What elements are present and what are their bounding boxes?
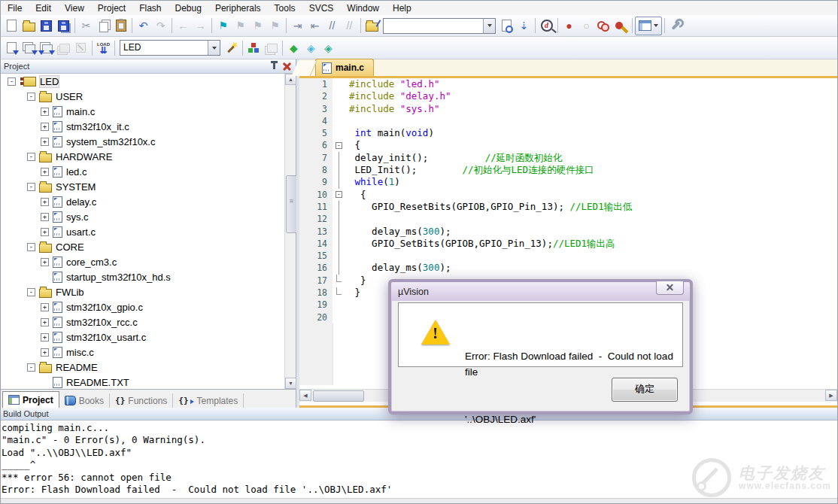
code-line[interactable]: 1#include "led.h" [299,78,837,90]
fold-collapse-icon[interactable]: - [336,191,342,198]
menu-svcs[interactable]: SVCS [302,2,341,14]
scroll-down-button[interactable]: ▼ [285,378,296,389]
tree-item-user[interactable]: -USER [1,89,284,104]
menu-flash[interactable]: Flash [132,2,168,14]
copy-icon[interactable] [95,17,112,35]
breakpoint-kill-all-icon[interactable] [612,17,630,35]
tree-item-stm32f10x-rcc-c[interactable]: +stm32f10x_rcc.c [1,314,284,329]
collapse-box[interactable]: - [8,77,16,86]
breakpoint-toggle-icon[interactable]: ● [560,17,578,35]
download-to-flash-icon[interactable]: LOAD [95,39,112,56]
build-output-log[interactable]: compiling main.c..."main.c" - 0 Error(s)… [1,421,837,499]
expand-box[interactable]: + [41,138,49,146]
menu-edit[interactable]: Edit [29,2,58,14]
settings-wrench-icon[interactable] [667,17,685,35]
project-windows-icon[interactable] [263,39,280,56]
project-tree-scrollbar[interactable]: ▲ ▼ [284,74,296,389]
tree-item-delay-c[interactable]: +delay.c [1,194,284,209]
select-software-packs-icon[interactable]: ◈ [302,39,320,56]
menu-help[interactable]: Help [386,2,418,14]
build-icon[interactable] [20,39,38,56]
code-line[interactable]: 15 [299,250,837,262]
tree-item-usart-c[interactable]: +usart.c [1,224,284,239]
translate-file-icon[interactable] [3,39,20,56]
panel-tab-books[interactable]: Books [59,393,110,408]
tree-item-hardware[interactable]: -HARDWARE [1,149,284,164]
menu-window[interactable]: Window [340,2,386,14]
tree-item-led-c[interactable]: +led.c [1,164,284,179]
breakpoint-enable-disable-icon[interactable]: ○ [578,17,595,35]
collapse-box[interactable]: - [27,363,35,372]
paste-icon[interactable] [112,17,129,35]
indent-icon[interactable]: ⇥ [289,17,306,35]
code-line[interactable]: 8 LED_Init(); //初始化与LED连接的硬件接口 [299,164,837,176]
code-line[interactable]: 10- { [299,189,837,201]
collapse-box[interactable]: - [27,243,35,251]
tree-item-system[interactable]: -SYSTEM [1,179,284,194]
cut-icon[interactable]: ✂ [77,17,95,35]
bookmark-toggle-icon[interactable]: ⚑ [214,17,232,35]
tree-item-startup-stm32f10x-hd-s[interactable]: startup_stm32f10x_hd.s [1,269,284,284]
fold-margin[interactable]: - [332,189,345,201]
menu-file[interactable]: File [1,2,29,14]
code-line[interactable]: 12 [299,213,837,225]
unindent-icon[interactable]: ⇤ [306,17,323,35]
dropdown-button[interactable] [483,19,495,33]
code-line[interactable]: 5 int main(void) [299,127,837,139]
scrollbar-thumb[interactable] [286,175,297,233]
undo-icon[interactable]: ↶ [135,17,152,35]
uncomment-selection-icon[interactable]: // [341,17,358,35]
menu-tools[interactable]: Tools [268,2,302,14]
bookmark-clear-all-icon[interactable]: ⚑ [266,17,284,35]
expand-box[interactable]: + [41,168,49,176]
fold-margin[interactable]: - [332,139,345,151]
code-line[interactable]: 11 GPIO_ResetBits(GPIOB,GPIO_Pin_13); //… [299,201,837,213]
code-line[interactable]: 2#include "delay.h" [299,90,837,102]
panel-tab-functions[interactable]: {}Functions [110,393,173,408]
bookmark-next-icon[interactable]: ⚑ [249,17,266,35]
collapse-box[interactable]: - [27,93,35,101]
menu-peripherals[interactable]: Peripherals [208,2,268,14]
tree-item-readme-txt[interactable]: README.TXT [1,375,284,389]
tree-item-led[interactable]: -LED [1,74,284,89]
navigate-back-icon[interactable]: ← [175,17,192,35]
options-for-target-icon[interactable] [223,39,240,56]
navigate-forward-icon[interactable]: → [192,17,209,35]
panel-tab-templates[interactable]: {}Templates [173,393,244,408]
tree-item-core[interactable]: -CORE [1,239,284,254]
close-panel-button[interactable] [281,61,293,71]
panel-tab-project[interactable]: Project [2,391,59,408]
open-file-icon[interactable] [20,17,38,35]
expand-box[interactable]: + [41,258,49,266]
tree-item-core-cm3-c[interactable]: +core_cm3.c [1,254,284,269]
tree-item-stm32f10x-usart-c[interactable]: +stm32f10x_usart.c [1,329,284,345]
expand-box[interactable]: + [41,348,49,357]
tree-item-system-stm32f10x-c[interactable]: +system_stm32f10x.c [1,134,284,149]
dialog-title-bar[interactable]: µVision [391,282,690,301]
build-output-scroll-track[interactable] [1,498,837,504]
runtime-environment-icon[interactable]: ◈ [320,39,337,56]
expand-box[interactable]: + [41,318,49,326]
target-select-combo[interactable]: LED [120,40,220,56]
expand-box[interactable]: + [41,198,49,206]
menu-view[interactable]: View [58,2,91,14]
code-line[interactable]: 16 delay_ms(300); [299,262,837,274]
code-line[interactable]: 7 delay_init(); //延时函数初始化 [299,152,837,164]
pack-installer-icon[interactable]: ◆ [285,39,302,56]
comment-selection-icon[interactable]: // [323,17,341,35]
breakpoint-disable-all-icon[interactable] [595,17,612,35]
save-all-icon[interactable] [55,17,72,35]
expand-box[interactable]: + [41,213,49,221]
incremental-find-icon[interactable]: ⇣ [515,17,533,35]
pin-panel-button[interactable] [269,61,280,71]
tree-item-misc-c[interactable]: +misc.c [1,345,284,360]
code-line[interactable]: 6- { [299,139,837,151]
scroll-right-button[interactable]: ▶ [825,390,837,401]
dropdown-button[interactable] [208,41,220,55]
tree-item-stm32f10x-gpio-c[interactable]: +stm32f10x_gpio.c [1,299,284,314]
window-config-icon[interactable] [635,17,662,35]
expand-box[interactable]: + [41,123,49,131]
expand-box[interactable]: + [41,228,49,236]
tree-item-sys-c[interactable]: +sys.c [1,209,284,224]
tab-main-c[interactable]: main.c [315,59,374,76]
